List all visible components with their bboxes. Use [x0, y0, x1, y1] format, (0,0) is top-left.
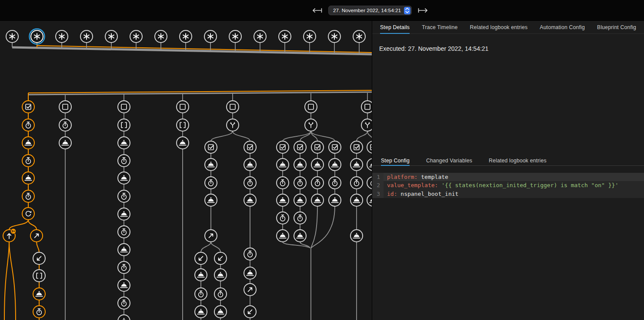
trace-node-timer-icon[interactable] — [22, 190, 34, 202]
trace-node-arrow-up-icon[interactable]: 9+ — [3, 228, 16, 242]
config-tab-step-config[interactable]: Step Config — [381, 155, 410, 165]
trace-node-service-icon[interactable] — [294, 158, 306, 171]
trace-node-square-icon[interactable] — [305, 101, 317, 113]
trace-node-decision-icon[interactable] — [361, 119, 372, 131]
trace-node-service-icon[interactable] — [118, 244, 130, 256]
trace-node-service-icon[interactable] — [277, 158, 289, 171]
trace-node-square-icon[interactable] — [118, 101, 130, 113]
trace-node-service-icon[interactable] — [367, 194, 372, 206]
trace-node-refresh-icon[interactable] — [22, 208, 34, 220]
trace-node-checkbox-icon[interactable] — [367, 141, 372, 153]
trace-node-service-icon[interactable] — [311, 158, 324, 171]
trace-node-service-icon[interactable] — [244, 267, 256, 279]
trace-node-square-icon[interactable] — [177, 101, 189, 113]
trace-node-asterisk-icon[interactable] — [279, 30, 291, 43]
tab-step-details[interactable]: Step Details — [380, 21, 410, 33]
previous-run-icon[interactable] — [311, 8, 323, 13]
trace-node-square-icon[interactable] — [59, 101, 71, 113]
trace-node-asterisk-icon[interactable] — [328, 30, 340, 43]
trace-node-timer-icon[interactable] — [277, 177, 289, 189]
trace-node-service-icon[interactable] — [118, 315, 130, 320]
trace-node-service-icon[interactable] — [367, 158, 372, 171]
trace-node-asterisk-icon[interactable] — [80, 30, 93, 43]
trace-node-service-icon[interactable] — [33, 288, 45, 300]
trace-node-timer-icon[interactable] — [33, 306, 45, 318]
trace-node-asterisk-icon[interactable] — [204, 30, 217, 43]
tab-automation-config[interactable]: Automation Config — [540, 21, 585, 33]
trace-node-asterisk-icon[interactable] — [130, 30, 142, 43]
trace-node-timer-icon[interactable] — [205, 177, 217, 189]
trace-node-checkbox-icon[interactable] — [329, 141, 341, 153]
trace-node-square-icon[interactable] — [227, 101, 239, 113]
trace-node-timer-icon[interactable] — [329, 177, 341, 189]
trace-node-timer-icon[interactable] — [118, 155, 130, 167]
trace-node-checkbox-icon[interactable] — [311, 141, 324, 153]
trace-node-timer-icon[interactable] — [294, 177, 306, 189]
trace-node-arrow-up-right-icon[interactable] — [244, 284, 256, 296]
trace-node-service-icon[interactable] — [311, 194, 324, 206]
trace-node-service-icon[interactable] — [177, 137, 189, 149]
trace-node-asterisk-icon[interactable] — [56, 30, 68, 43]
config-tab-changed-variables[interactable]: Changed Variables — [426, 155, 472, 165]
trace-node-asterisk-icon[interactable] — [6, 30, 18, 43]
trace-node-brackets-icon[interactable] — [33, 270, 45, 282]
trace-node-checkbox-icon[interactable] — [277, 141, 289, 153]
trace-node-timer-icon[interactable] — [59, 119, 71, 131]
trace-node-arrow-bottom-left-icon[interactable] — [195, 252, 207, 264]
trace-node-timer-icon[interactable] — [118, 261, 130, 274]
trace-node-service-icon[interactable] — [195, 269, 207, 281]
trace-node-arrow-up-right-icon[interactable] — [205, 230, 217, 242]
trace-node-brackets-icon[interactable] — [118, 119, 130, 131]
trace-node-arrow-bottom-left-icon[interactable] — [33, 252, 45, 264]
trace-node-service-icon[interactable] — [22, 172, 34, 184]
trace-node-service-icon[interactable] — [205, 158, 217, 171]
trace-node-service-icon[interactable] — [214, 306, 227, 318]
trace-node-square-icon[interactable] — [361, 101, 372, 113]
run-select[interactable]: 27. November 2022, 14:54:21 — [328, 6, 412, 15]
trace-node-service-icon[interactable] — [59, 137, 71, 149]
trace-node-asterisk-icon[interactable] — [304, 30, 316, 43]
trace-node-asterisk-icon[interactable] — [180, 30, 192, 43]
trace-node-timer-icon[interactable] — [311, 177, 324, 189]
trace-node-checkbox-icon[interactable] — [22, 101, 34, 113]
trace-node-service-icon[interactable] — [118, 172, 130, 184]
config-tab-related-logbook-entries[interactable]: Related logbook entries — [489, 155, 547, 165]
trace-node-timer-icon[interactable] — [118, 226, 130, 238]
trace-node-asterisk-icon[interactable] — [353, 30, 365, 43]
trace-node-service-icon[interactable] — [244, 194, 256, 206]
trace-node-arrow-bottom-left-icon[interactable] — [244, 306, 256, 318]
trace-node-service-icon[interactable] — [294, 230, 306, 242]
trace-node-service-icon[interactable] — [350, 158, 363, 171]
trace-node-service-icon[interactable] — [294, 194, 306, 206]
trace-node-timer-icon[interactable] — [214, 288, 227, 300]
step-config-code[interactable]: 1platform: template2value_template: '{{ … — [372, 173, 644, 198]
trace-node-timer-icon[interactable] — [277, 212, 289, 224]
trace-node-service-icon[interactable] — [244, 158, 256, 171]
tab-trace-timeline[interactable]: Trace Timeline — [422, 21, 457, 33]
trace-node-service-icon[interactable] — [277, 194, 289, 206]
trace-node-checkbox-icon[interactable] — [350, 141, 363, 153]
tab-related-logbook-entries[interactable]: Related logbook entries — [470, 21, 528, 33]
next-run-icon[interactable] — [417, 8, 429, 13]
trace-node-service-icon[interactable] — [350, 194, 363, 206]
trace-node-service-icon[interactable] — [22, 137, 34, 149]
trace-node-service-icon[interactable] — [205, 194, 217, 206]
trace-node-checkbox-icon[interactable] — [294, 141, 306, 153]
trace-node-service-icon[interactable] — [277, 230, 289, 242]
trace-node-asterisk-icon[interactable] — [254, 30, 266, 43]
trace-node-brackets-icon[interactable] — [177, 119, 189, 131]
trace-node-service-icon[interactable] — [214, 269, 227, 281]
trace-node-checkbox-icon[interactable] — [244, 141, 256, 153]
tab-blueprint-config[interactable]: Blueprint Config — [597, 21, 636, 33]
trace-node-asterisk-icon[interactable] — [155, 30, 167, 43]
trace-node-service-icon[interactable] — [118, 208, 130, 220]
trace-node-timer-icon[interactable] — [118, 190, 130, 202]
trace-node-arrow-up-right-icon[interactable] — [30, 230, 43, 242]
trace-node-service-icon[interactable] — [329, 158, 341, 171]
trace-node-timer-icon[interactable] — [22, 119, 34, 131]
trace-node-asterisk-icon[interactable] — [105, 30, 117, 43]
trace-node-asterisk-icon[interactable] — [30, 29, 45, 44]
trace-node-arrow-bottom-left-icon[interactable] — [214, 252, 227, 264]
trace-node-timer-icon[interactable] — [294, 212, 306, 224]
trace-node-timer-icon[interactable] — [350, 177, 363, 189]
